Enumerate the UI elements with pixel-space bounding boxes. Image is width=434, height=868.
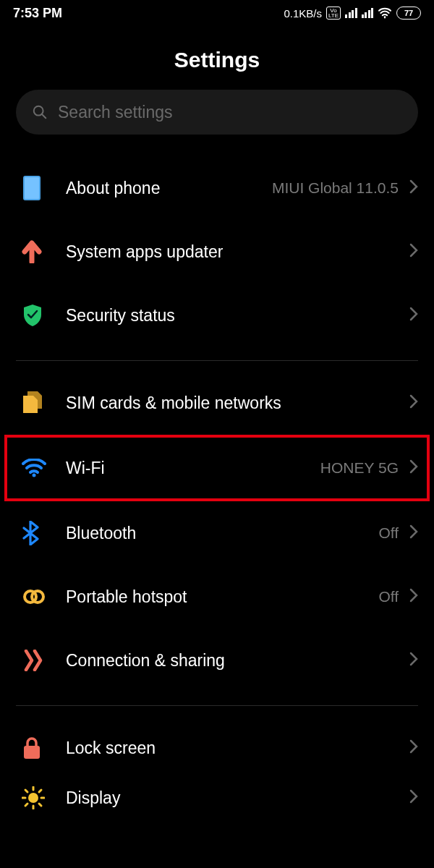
row-label: Wi-Fi [66,459,320,478]
battery-icon: 77 [396,7,421,20]
row-security-status[interactable]: Security status [0,284,434,347]
phone-icon [22,176,65,200]
signal-sim2-icon [362,8,374,18]
row-label: Bluetooth [66,524,378,543]
divider [16,705,418,706]
row-label: About phone [66,179,271,198]
svg-line-15 [39,790,41,792]
svg-point-0 [384,16,386,18]
search-icon [32,104,48,120]
row-label: Lock screen [66,739,409,758]
svg-line-13 [25,790,27,792]
row-value: Off [378,524,399,542]
row-hotspot[interactable]: Portable hotspot Off [0,565,434,629]
row-value: Off [378,588,399,605]
hotspot-icon [22,588,65,605]
connection-sharing-icon [22,650,65,671]
sim-cards-icon [22,391,65,414]
arrow-up-icon [22,240,65,263]
chevron-right-icon [409,459,418,477]
row-label: System apps updater [66,242,409,262]
row-label: Connection & sharing [66,651,409,671]
chevron-right-icon [409,394,418,412]
row-sim-cards[interactable]: SIM cards & mobile networks [0,371,434,435]
brightness-icon [22,786,65,809]
status-time: 7:53 PM [13,6,62,21]
row-wifi[interactable]: Wi-Fi HONEY 5G [4,435,430,501]
search-input[interactable] [58,103,402,122]
row-display[interactable]: Display [0,780,434,816]
row-label: Display [66,788,409,808]
group-network: SIM cards & mobile networks Wi-Fi HONEY … [0,364,434,702]
chevron-right-icon [409,789,418,807]
status-net-speed: 0.1KB/s [284,7,322,20]
chevron-right-icon [409,179,418,197]
row-value: MIUI Global 11.0.5 [272,179,399,197]
svg-line-2 [42,114,46,119]
chevron-right-icon [409,243,418,260]
divider [16,360,418,361]
row-label: SIM cards & mobile networks [66,393,409,413]
svg-line-16 [25,804,27,806]
lock-icon [22,736,65,760]
row-bluetooth[interactable]: Bluetooth Off [0,501,434,565]
svg-point-4 [33,474,36,477]
svg-rect-3 [24,176,40,200]
row-about-phone[interactable]: About phone MIUI Global 11.0.5 [0,156,434,220]
wifi-status-icon [378,7,392,19]
status-bar: 7:53 PM 0.1KB/s VoLTE 77 [0,0,434,26]
chevron-right-icon [409,652,418,669]
volte-icon: VoLTE [326,7,341,20]
svg-rect-7 [24,746,40,759]
chevron-right-icon [409,307,418,324]
row-value: HONEY 5G [320,459,399,477]
signal-sim1-icon [345,8,357,18]
svg-line-14 [39,804,41,806]
row-lock-screen[interactable]: Lock screen [0,716,434,780]
bluetooth-icon [22,521,65,545]
svg-point-8 [28,793,38,803]
row-system-updater[interactable]: System apps updater [0,220,434,284]
chevron-right-icon [409,588,418,605]
chevron-right-icon [409,524,418,542]
shield-check-icon [22,303,65,328]
group-personal: Lock screen Display [0,709,434,826]
wifi-icon [22,459,65,477]
chevron-right-icon [409,739,418,757]
row-connection-sharing[interactable]: Connection & sharing [0,629,434,692]
row-label: Security status [66,306,409,326]
page-title: Settings [0,48,434,72]
search-bar[interactable] [16,90,418,135]
row-label: Portable hotspot [66,587,378,607]
group-device: About phone MIUI Global 11.0.5 System ap… [0,149,434,357]
